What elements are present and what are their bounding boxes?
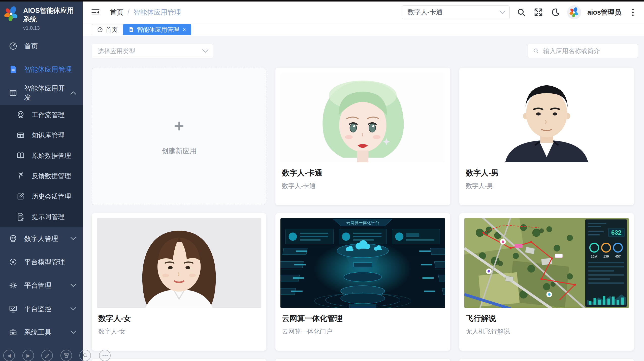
app-card-subtitle: 数字人-卡通 [282, 182, 443, 190]
svg-text:632: 632 [611, 229, 622, 236]
prompt-doc-icon [16, 212, 25, 221]
kebab-menu-icon [629, 8, 637, 17]
sidebar-item-home[interactable]: 首页 [0, 34, 83, 58]
platform-gear-icon [9, 281, 18, 290]
dark-mode-toggle[interactable] [550, 7, 561, 18]
moon-icon [551, 8, 560, 17]
fullscreen-button[interactable] [533, 7, 544, 18]
sidebar-item-label: 数字人管理 [24, 234, 58, 243]
model-select[interactable]: 数字人-卡通 [402, 5, 510, 19]
fab-search-button[interactable] [79, 350, 91, 361]
tabs-bar: 首页 智能体应用管理 × [83, 23, 644, 36]
app-card-cloud-network[interactable]: 云网算一体化平台 [275, 213, 450, 351]
feedback-data-icon [16, 171, 25, 180]
app-document-icon [128, 27, 134, 33]
tab-close-icon[interactable]: × [183, 26, 186, 33]
app-card-grid: + 创建新应用 [92, 68, 634, 361]
app-card-partial[interactable] [275, 359, 450, 361]
dashboard-icon [9, 42, 18, 51]
chevron-down-icon [202, 49, 208, 53]
app-card-flight[interactable]: 632 26次 139 457 [459, 213, 634, 351]
sidebar-item-label: 平台监控 [24, 304, 51, 313]
fab-more-button[interactable] [99, 350, 111, 361]
sidebar-item-label: 反馈数据管理 [32, 172, 71, 180]
sidebar-item-platform-monitor[interactable]: 平台监控 [0, 297, 83, 321]
sidebar-item-platform-model[interactable]: 平台模型管理 [0, 250, 83, 274]
sidebar-item-feedback-data[interactable]: 反馈数据管理 [0, 166, 83, 186]
sidebar-item-history-session[interactable]: 历史会话管理 [0, 186, 83, 207]
app-version: v1.0.13 [23, 25, 80, 31]
window-top-strip [0, 0, 644, 2]
chevron-up-icon [71, 91, 76, 95]
chevron-down-icon [499, 11, 505, 14]
sidebar-item-app-management[interactable]: 智能体应用管理 [0, 58, 83, 81]
app-card-partial[interactable] [92, 359, 266, 361]
more-menu-button[interactable] [627, 7, 638, 18]
sidebar-item-system-tools[interactable]: 系统工具 [0, 321, 83, 344]
create-app-card[interactable]: + 创建新应用 [92, 68, 266, 205]
app-search-box [528, 44, 638, 58]
sidebar-item-label: 工作流管理 [32, 111, 65, 119]
app-card-subtitle: 数字人-男 [466, 182, 627, 190]
sidebar-item-workflow[interactable]: 工作流管理 [0, 105, 83, 125]
sidebar-item-label: 首页 [24, 42, 38, 51]
sidebar-item-app-development[interactable]: 智能体应用开发 [0, 81, 83, 105]
app-card-male[interactable]: 数字人-男 数字人-男 [459, 68, 634, 205]
svg-text:26次: 26次 [591, 255, 598, 258]
sidebar-item-label: 智能体应用开发 [24, 84, 71, 102]
header-search-button[interactable] [516, 7, 527, 18]
chevron-down-icon [71, 284, 76, 287]
fab-back-button[interactable]: ◀ [3, 350, 15, 361]
breadcrumb-separator: / [127, 8, 130, 16]
user-avatar[interactable] [567, 5, 581, 19]
search-icon [82, 353, 88, 358]
sidebar-item-knowledge[interactable]: 知识库管理 [0, 125, 83, 146]
tab-home[interactable]: 首页 [92, 24, 123, 35]
fab-forward-button[interactable]: ▶ [22, 350, 34, 361]
app-search-input[interactable] [543, 47, 633, 55]
app-card-subtitle: 无人机飞行解说 [466, 327, 627, 336]
fab-edit-button[interactable] [41, 350, 53, 361]
breadcrumb: 首页 / 智能体应用管理 [110, 8, 181, 17]
main-area: 首页 / 智能体应用管理 数字人-卡通 [83, 2, 644, 361]
app-title: AIOS智能体应用系统 [23, 7, 80, 24]
sidebar-item-label: 系统工具 [24, 328, 51, 337]
fullscreen-icon [534, 8, 543, 17]
app-window: AIOS智能体应用系统 v1.0.13 首页 智能体应用管理 智能体应用开发 [0, 0, 644, 361]
system-tools-icon [9, 328, 18, 337]
sidebar-item-platform-admin[interactable]: 平台管理 [0, 274, 83, 297]
topbar: 首页 / 智能体应用管理 数字人-卡通 [83, 2, 644, 23]
sidebar-item-raw-data[interactable]: 原始数据管理 [0, 146, 83, 166]
app-card-subtitle: 云网算一体化门户 [282, 327, 443, 336]
dev-table-icon [9, 88, 18, 97]
sidebar-item-prompt[interactable]: 提示词管理 [0, 207, 83, 227]
drone-flight-map: 632 26次 139 457 [464, 218, 629, 308]
app-card-cartoon[interactable]: 数字人-卡通 数字人-卡通 [275, 68, 450, 205]
app-card-title: 数字人-卡通 [282, 168, 443, 178]
app-card-female[interactable]: 数字人-女 数字人-女 [92, 213, 266, 351]
workflow-robot-icon [16, 110, 25, 119]
sidebar-item-label: 平台管理 [24, 281, 51, 290]
search-icon [517, 8, 526, 17]
sidebar-collapse-button[interactable] [90, 7, 101, 18]
app-card-title: 数字人-男 [466, 168, 627, 178]
create-app-label: 创建新应用 [162, 146, 197, 156]
knowledge-table-icon [16, 131, 25, 140]
tab-app-management[interactable]: 智能体应用管理 × [123, 24, 191, 35]
app-document-icon [9, 65, 18, 74]
fab-layout-button[interactable] [60, 350, 72, 361]
breadcrumb-home[interactable]: 首页 [110, 8, 123, 17]
forward-icon: ▶ [26, 353, 30, 358]
avatar-flower-icon [569, 7, 580, 18]
tab-label: 智能体应用管理 [137, 26, 179, 34]
chevron-down-icon [71, 307, 76, 311]
app-logo-icon [3, 6, 20, 22]
sidebar-item-label: 平台模型管理 [24, 258, 65, 267]
sidebar-item-digital-human[interactable]: 数字人管理 [0, 227, 83, 250]
plus-icon: + [174, 117, 184, 135]
layout-icon [63, 353, 69, 358]
svg-text:139: 139 [603, 255, 609, 258]
app-type-select[interactable]: 选择应用类型 [92, 44, 213, 58]
app-card-partial[interactable] [459, 359, 634, 361]
back-icon: ◀ [7, 353, 11, 358]
